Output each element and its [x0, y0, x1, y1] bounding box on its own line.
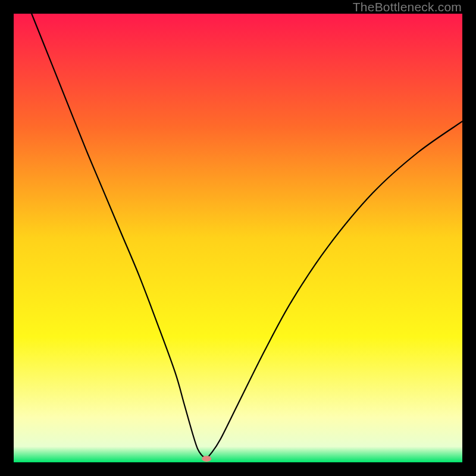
watermark-text: TheBottleneck.com: [353, 0, 462, 14]
minimum-marker: [202, 456, 211, 462]
bottleneck-chart: [14, 14, 462, 462]
chart-frame: [14, 14, 462, 462]
gradient-background: [14, 14, 462, 462]
